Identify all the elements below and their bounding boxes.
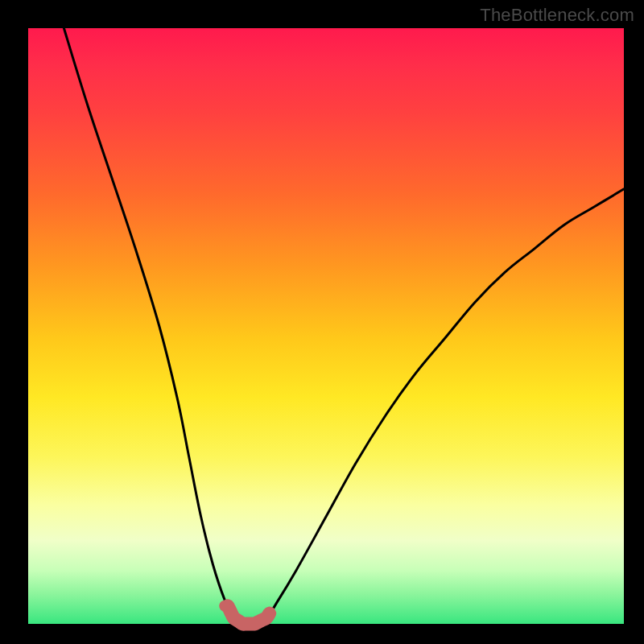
optimum-marker xyxy=(219,601,270,624)
optimum-highlight xyxy=(228,606,270,624)
chart-frame: TheBottleneck.com xyxy=(0,0,644,644)
plot-area xyxy=(28,28,624,624)
bottleneck-curve xyxy=(64,28,624,625)
curve-path xyxy=(64,28,624,625)
optimum-dot xyxy=(219,601,230,612)
bottleneck-curve-svg xyxy=(28,28,624,624)
watermark-text: TheBottleneck.com xyxy=(480,5,634,26)
